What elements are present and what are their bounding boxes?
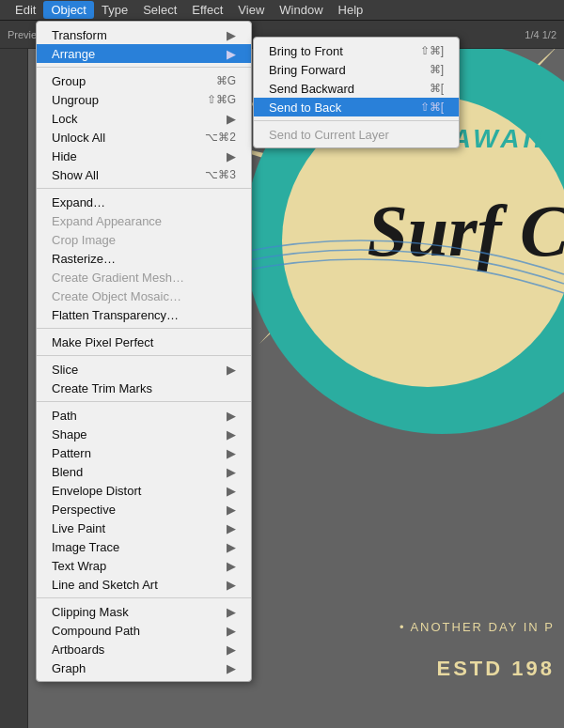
menu-item-envelope-distort[interactable]: Envelope Distort ▶ (37, 481, 251, 500)
menu-help[interactable]: Help (331, 1, 371, 19)
menu-view[interactable]: View (230, 1, 272, 19)
submenu-arrow: ▶ (227, 559, 236, 573)
menu-item-send-backward[interactable]: Send Backward ⌘[ (254, 79, 459, 98)
menu-type[interactable]: Type (94, 1, 135, 19)
menu-item-image-trace[interactable]: Image Trace ▶ (37, 537, 251, 556)
object-menu: Transform ▶ Arrange ▶ Group ⌘G Ungroup ⇧… (36, 21, 252, 682)
menu-item-clipping-mask[interactable]: Clipping Mask ▶ (37, 602, 251, 621)
menu-item-create-trim-marks[interactable]: Create Trim Marks (37, 379, 251, 397)
submenu-arrow: ▶ (227, 446, 236, 460)
estd-text: ESTD 198 (437, 657, 556, 681)
menu-item-text-wrap[interactable]: Text Wrap ▶ (37, 556, 251, 575)
shortcut-bring-to-front: ⇧⌘] (420, 44, 444, 57)
menu-item-line-sketch-art[interactable]: Line and Sketch Art ▶ (37, 575, 251, 594)
menu-edit[interactable]: Edit (8, 1, 43, 19)
menu-item-expand-appearance: Expand Appearance (37, 211, 251, 230)
menu-item-crop-image: Crop Image (37, 230, 251, 249)
submenu-arrow: ▶ (227, 503, 236, 517)
menu-bar: Edit Object Type Select Effect View Wind… (0, 0, 564, 21)
shortcut-send-to-back: ⇧⌘[ (420, 101, 444, 114)
menu-item-perspective[interactable]: Perspective ▶ (37, 500, 251, 519)
submenu-arrow: ▶ (227, 578, 236, 592)
separator-arrange (254, 120, 459, 121)
submenu-arrow: ▶ (227, 409, 236, 423)
menu-item-slice[interactable]: Slice ▶ (37, 360, 251, 379)
submenu-arrow: ▶ (227, 28, 236, 42)
menu-item-make-pixel-perfect[interactable]: Make Pixel Perfect (37, 333, 251, 351)
submenu-arrow: ▶ (227, 465, 236, 479)
submenu-arrow: ▶ (227, 624, 236, 638)
menu-item-bring-to-front[interactable]: Bring to Front ⇧⌘] (254, 41, 459, 60)
shortcut-send-backward: ⌘[ (430, 82, 444, 95)
menu-item-show-all[interactable]: Show All ⌥⌘3 (37, 165, 251, 184)
submenu-arrow: ▶ (227, 643, 236, 657)
separator-1 (37, 67, 251, 68)
submenu-arrow: ▶ (227, 112, 236, 126)
separator-3 (37, 328, 251, 329)
submenu-arrow: ▶ (227, 540, 236, 554)
menu-item-pattern[interactable]: Pattern ▶ (37, 443, 251, 462)
toolbar-left (0, 21, 28, 728)
menu-item-lock[interactable]: Lock ▶ (37, 109, 251, 128)
menu-effect[interactable]: Effect (184, 1, 230, 19)
submenu-arrow: ▶ (227, 149, 236, 163)
another-day-text: • ANOTHER DAY IN P (400, 620, 555, 634)
separator-5 (37, 401, 251, 402)
menu-item-live-paint[interactable]: Live Paint ▶ (37, 519, 251, 537)
menu-item-create-object-mosaic: Create Object Mosaic… (37, 287, 251, 305)
menu-item-artboards[interactable]: Artboards ▶ (37, 640, 251, 658)
arrange-submenu: Bring to Front ⇧⌘] Bring Forward ⌘] Send… (253, 37, 460, 148)
submenu-arrow: ▶ (227, 521, 236, 535)
menu-item-unlock-all[interactable]: Unlock All ⌥⌘2 (37, 128, 251, 147)
menu-select[interactable]: Select (135, 1, 184, 19)
submenu-arrow: ▶ (227, 47, 236, 61)
dropdown-overlay: Transform ▶ Arrange ▶ Group ⌘G Ungroup ⇧… (36, 21, 252, 682)
menu-item-path[interactable]: Path ▶ (37, 406, 251, 425)
menu-item-send-to-back[interactable]: Send to Back ⇧⌘[ (254, 98, 459, 116)
separator-4 (37, 355, 251, 356)
submenu-arrow: ▶ (227, 484, 236, 498)
separator-6 (37, 597, 251, 598)
menu-item-bring-forward[interactable]: Bring Forward ⌘] (254, 60, 459, 79)
menu-window[interactable]: Window (272, 1, 330, 19)
menu-item-graph[interactable]: Graph ▶ (37, 658, 251, 677)
submenu-arrow: ▶ (227, 661, 236, 675)
shortcut-group: ⌘G (216, 74, 236, 87)
menu-item-shape[interactable]: Shape ▶ (37, 425, 251, 443)
menu-item-rasterize[interactable]: Rasterize… (37, 249, 251, 268)
submenu-arrow: ▶ (227, 363, 236, 377)
menu-item-expand[interactable]: Expand… (37, 193, 251, 211)
menu-item-group[interactable]: Group ⌘G (37, 71, 251, 90)
menu-item-arrange[interactable]: Arrange ▶ (37, 44, 251, 63)
separator-2 (37, 188, 251, 189)
menu-item-flatten-transparency[interactable]: Flatten Transparency… (37, 305, 251, 324)
submenu-arrow: ▶ (227, 605, 236, 619)
menu-item-ungroup[interactable]: Ungroup ⇧⌘G (37, 90, 251, 109)
shortcut-ungroup: ⇧⌘G (207, 93, 236, 106)
menu-item-compound-path[interactable]: Compound Path ▶ (37, 621, 251, 640)
menu-object[interactable]: Object (43, 1, 94, 19)
shortcut-show-all: ⌥⌘3 (205, 168, 236, 181)
menu-item-transform[interactable]: Transform ▶ (37, 25, 251, 44)
page-indicator: 1/4 1/2 (525, 29, 556, 40)
shortcut-bring-forward: ⌘] (430, 63, 444, 76)
submenu-arrow: ▶ (227, 427, 236, 441)
menu-item-send-to-current-layer: Send to Current Layer (254, 125, 459, 144)
curve-lines (226, 209, 564, 321)
menu-item-hide[interactable]: Hide ▶ (37, 147, 251, 165)
menu-item-blend[interactable]: Blend ▶ (37, 462, 251, 481)
menu-item-create-gradient-mesh: Create Gradient Mesh… (37, 268, 251, 287)
shortcut-unlock: ⌥⌘2 (205, 131, 236, 144)
